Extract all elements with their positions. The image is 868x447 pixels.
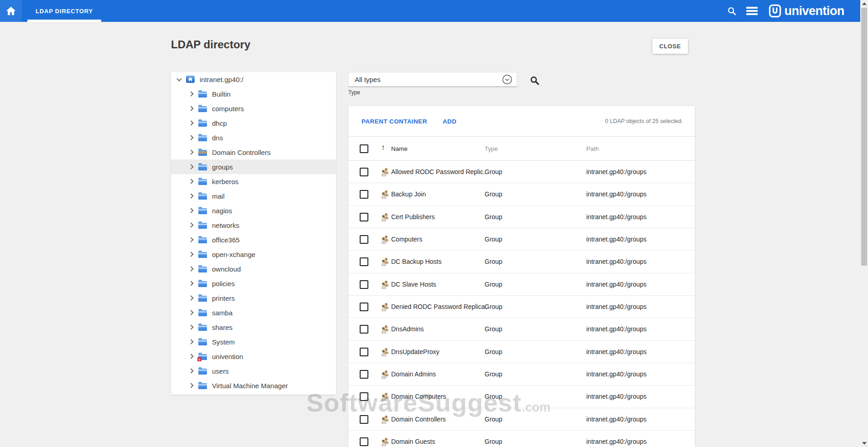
scroll-up-button[interactable] <box>862 2 867 5</box>
column-header-path[interactable]: Path <box>586 145 599 152</box>
row-checkbox[interactable] <box>360 190 368 199</box>
tree-item[interactable]: u owncloud <box>171 262 336 276</box>
chevron-right-icon[interactable] <box>188 149 193 154</box>
tree-item[interactable]: u policies <box>171 276 336 291</box>
brand-logo[interactable]: univention <box>769 4 845 18</box>
select-all-checkbox[interactable] <box>360 144 368 153</box>
home-button[interactable] <box>0 0 22 22</box>
row-checkbox[interactable] <box>360 348 368 356</box>
tree-root-item[interactable]: intranet.gp40:/ <box>171 72 336 87</box>
table-row[interactable]: DC Backup Hosts Group intranet.gp40:/gro… <box>348 251 695 273</box>
tree-item[interactable]: u Builtin <box>171 87 336 101</box>
vertical-scrollbar[interactable] <box>860 0 868 447</box>
tree-item[interactable]: u kerberos <box>171 174 336 189</box>
scrollbar-thumb[interactable] <box>861 8 867 266</box>
row-type: Group <box>485 281 502 288</box>
chevron-right-icon[interactable] <box>188 324 193 329</box>
search-button[interactable] <box>722 0 742 22</box>
chevron-right-icon[interactable] <box>188 135 193 140</box>
chevron-right-icon[interactable] <box>188 193 193 198</box>
column-header-type[interactable]: Type <box>485 145 498 152</box>
tree-item-label: mail <box>212 192 225 200</box>
row-checkbox[interactable] <box>360 325 368 334</box>
chevron-right-icon[interactable] <box>188 368 193 373</box>
chevron-right-icon[interactable] <box>188 222 193 227</box>
chevron-right-icon[interactable] <box>188 106 193 111</box>
chevron-right-icon[interactable] <box>188 281 193 286</box>
chevron-right-icon[interactable] <box>188 208 193 213</box>
parent-container-button[interactable]: PARENT CONTAINER <box>362 118 427 125</box>
table-header: ↑ Name Type Path <box>348 137 695 161</box>
chevron-right-icon[interactable] <box>188 354 193 359</box>
table-row[interactable]: Denied RODC Password Replica.. Group int… <box>348 296 695 318</box>
sort-ascending-icon[interactable]: ↑ <box>381 143 385 152</box>
tree-item[interactable]: u groups <box>171 159 336 174</box>
tree-item[interactable]: u dhcp <box>171 116 336 130</box>
brand-name: univention <box>785 4 845 18</box>
tree-items-container: u Builtin u computers u dhcp u dns u Dom… <box>171 87 336 393</box>
chevron-right-icon[interactable] <box>188 91 193 96</box>
tree-item[interactable]: u mail <box>171 189 336 203</box>
table-row[interactable]: DnsAdmins Group intranet.gp40:/groups <box>348 318 695 340</box>
chevron-down-icon[interactable] <box>176 76 181 81</box>
table-row[interactable]: Computers Group intranet.gp40:/groups <box>348 228 695 251</box>
row-checkbox[interactable] <box>360 257 368 266</box>
tree-item[interactable]: u computers <box>171 101 336 116</box>
chevron-right-icon[interactable] <box>188 120 193 125</box>
tree-item[interactable]: u univention <box>171 349 336 364</box>
table-row[interactable]: Cert Publishers Group intranet.gp40:/gro… <box>348 206 695 228</box>
row-name: Domain Guests <box>391 438 435 445</box>
table-row[interactable]: DnsUpdateProxy Group intranet.gp40:/grou… <box>348 341 695 363</box>
type-filter-select[interactable]: All types <box>348 72 517 87</box>
column-header-name[interactable]: Name <box>391 145 408 152</box>
add-button[interactable]: ADD <box>443 118 456 125</box>
tree-item[interactable]: u open-xchange <box>171 247 336 262</box>
row-path: intranet.gp40:/groups <box>586 236 646 243</box>
tree-item[interactable]: u System <box>171 334 336 349</box>
chevron-right-icon[interactable] <box>188 164 193 169</box>
row-checkbox[interactable] <box>360 392 368 401</box>
row-checkbox[interactable] <box>360 168 368 176</box>
chevron-right-icon[interactable] <box>188 266 193 271</box>
tree-item[interactable]: u dns <box>171 130 336 145</box>
tree-item[interactable]: u users <box>171 364 336 378</box>
scroll-down-button[interactable] <box>862 442 867 445</box>
group-icon <box>382 168 389 175</box>
chevron-right-icon[interactable] <box>188 339 193 344</box>
tree-item[interactable]: u nagios <box>171 203 336 218</box>
table-row[interactable]: Domain Controllers Group intranet.gp40:/… <box>348 408 695 431</box>
table-row[interactable]: DC Slave Hosts Group intranet.gp40:/grou… <box>348 273 695 296</box>
table-row[interactable]: Domain Computers Group intranet.gp40:/gr… <box>348 385 695 408</box>
row-type: Group <box>485 303 502 310</box>
row-checkbox[interactable] <box>360 280 368 289</box>
tree-item[interactable]: u shares <box>171 320 336 334</box>
tree-item[interactable]: u Virtual Machine Manager <box>171 378 336 393</box>
menu-button[interactable] <box>742 0 762 22</box>
tree-item[interactable]: u Domain Controllers <box>171 145 336 159</box>
table-row[interactable]: Domain Guests Group intranet.gp40:/group… <box>348 431 695 447</box>
table-row[interactable]: Allowed RODC Password Replic.. Group int… <box>348 161 695 183</box>
table-row[interactable]: Backup Join Group intranet.gp40:/groups <box>348 183 695 206</box>
chevron-right-icon[interactable] <box>188 237 193 242</box>
row-checkbox[interactable] <box>360 370 368 379</box>
tree-item[interactable]: u networks <box>171 218 336 232</box>
tree-item[interactable]: u samba <box>171 305 336 320</box>
row-checkbox[interactable] <box>360 415 368 424</box>
row-checkbox[interactable] <box>360 437 368 446</box>
close-button[interactable]: CLOSE <box>652 39 688 54</box>
chevron-right-icon[interactable] <box>188 383 193 388</box>
search-submit-button[interactable] <box>528 74 542 87</box>
tree-item[interactable]: u printers <box>171 291 336 305</box>
row-checkbox[interactable] <box>360 303 368 311</box>
chevron-right-icon[interactable] <box>188 179 193 184</box>
row-path: intranet.gp40:/groups <box>586 393 646 400</box>
table-row[interactable]: Domain Admins Group intranet.gp40:/group… <box>348 363 695 385</box>
row-checkbox[interactable] <box>360 213 368 221</box>
circle-chevron-down-icon[interactable] <box>502 74 512 85</box>
chevron-right-icon[interactable] <box>188 252 193 257</box>
tree-item[interactable]: u office365 <box>171 232 336 247</box>
tab-ldap-directory[interactable]: LDAP DIRECTORY <box>27 0 101 22</box>
chevron-right-icon[interactable] <box>188 295 193 300</box>
row-checkbox[interactable] <box>360 235 368 244</box>
chevron-right-icon[interactable] <box>188 310 193 315</box>
